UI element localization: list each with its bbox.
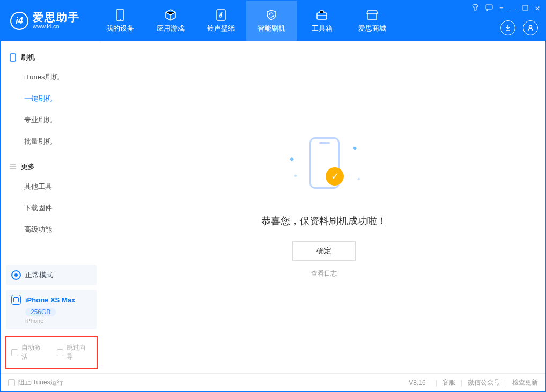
device-name: iPhone XS Max [25,296,75,304]
svg-point-6 [529,26,532,28]
toolbox-icon [315,9,328,21]
checkbox-icon [57,349,64,356]
sidebar-item-batch-flash[interactable]: 批量刷机 [1,131,102,152]
header-action-icons [500,20,538,35]
device-mode-card[interactable]: 正常模式 [6,265,97,285]
music-file-icon [215,9,227,21]
window-controls: ≡ — ✕ [471,4,540,13]
sparkle-icon [290,157,294,161]
main-content: ✓ 恭喜您，保资料刷机成功啦！ 确定 查看日志 [102,41,545,373]
wechat-link[interactable]: 微信公众号 [468,378,500,387]
sparkle-icon [294,174,297,177]
close-icon[interactable]: ✕ [535,5,540,12]
device-type: iPhone [25,317,91,324]
tab-label: 爱思商城 [358,24,386,33]
sidebar-item-other-tools[interactable]: 其他工具 [1,176,102,197]
tab-apps-games[interactable]: 应用游戏 [145,1,196,41]
logo-mark-icon: i4 [10,12,28,30]
feedback-icon[interactable] [485,4,493,13]
cube-icon [164,9,177,21]
svg-rect-4 [486,5,492,9]
tab-label: 工具箱 [312,24,333,33]
sidebar-section-more: 更多 [1,158,102,176]
refresh-shield-icon [265,9,278,21]
store-icon [366,9,379,21]
mode-icon [11,270,21,280]
view-log-link[interactable]: 查看日志 [311,269,337,278]
tab-my-device[interactable]: 我的设备 [95,1,145,41]
support-link[interactable]: 客服 [442,378,455,387]
tab-smart-flash[interactable]: 智能刷机 [246,1,297,41]
checkbox-label: 跳过向导 [67,343,91,361]
logo-subtitle: www.i4.cn [33,23,80,29]
checkbox-icon [8,379,15,386]
tab-label: 应用游戏 [157,24,185,33]
tab-toolbox[interactable]: 工具箱 [297,1,347,41]
status-bar: 阻止iTunes运行 V8.16 | 客服 | 微信公众号 | 检查更新 [1,373,545,391]
options-highlight-box: 自动激活 跳过向导 [5,336,98,369]
list-icon [9,163,17,171]
sidebar-item-download-firmware[interactable]: 下载固件 [1,197,102,219]
sidebar-item-itunes-flash[interactable]: iTunes刷机 [1,66,102,88]
menu-icon[interactable]: ≡ [499,5,503,12]
checkbox-icon [11,349,18,356]
sidebar-item-pro-flash[interactable]: 专业刷机 [1,109,102,131]
maximize-icon[interactable] [522,5,528,12]
sidebar-item-onekey-flash[interactable]: 一键刷机 [1,88,102,109]
checkbox-label: 自动激活 [21,343,46,361]
success-illustration: ✓ [278,137,370,202]
checkmark-badge-icon: ✓ [326,167,344,186]
tab-label: 智能刷机 [257,24,285,33]
check-update-link[interactable]: 检查更新 [512,378,538,387]
tab-ringtone-wallpaper[interactable]: 铃声壁纸 [196,1,246,41]
app-window: i4 爱思助手 www.i4.cn 我的设备 应用游戏 铃声壁纸 智能刷机 [0,0,546,392]
phone-outline-icon [9,54,17,61]
skin-icon[interactable] [471,4,479,13]
device-outline-icon [11,295,21,305]
device-card[interactable]: iPhone XS Max 256GB iPhone [6,290,97,329]
mode-label: 正常模式 [25,270,53,280]
svg-rect-3 [317,13,327,19]
checkbox-block-itunes[interactable]: 阻止iTunes运行 [8,378,63,387]
sidebar: 刷机 iTunes刷机 一键刷机 专业刷机 批量刷机 更多 其他工具 下载固件 … [1,41,102,373]
svg-rect-7 [10,54,16,61]
separator: | [505,379,507,387]
sidebar-section-label: 刷机 [21,53,35,62]
logo-title: 爱思助手 [33,11,80,23]
svg-point-1 [120,19,121,20]
storage-badge: 256GB [25,308,56,316]
app-logo: i4 爱思助手 www.i4.cn [10,11,80,29]
success-message: 恭喜您，保资料刷机成功啦！ [261,215,387,227]
sidebar-section-label: 更多 [21,162,35,172]
sparkle-icon [353,146,357,150]
sidebar-item-advanced[interactable]: 高级功能 [1,219,102,240]
body: 刷机 iTunes刷机 一键刷机 专业刷机 批量刷机 更多 其他工具 下载固件 … [1,41,545,373]
sparkle-icon [357,177,360,181]
checkbox-auto-activate[interactable]: 自动激活 [11,343,46,361]
svg-rect-5 [523,5,528,10]
ok-button[interactable]: 确定 [292,241,356,261]
checkbox-label: 阻止iTunes运行 [18,378,63,387]
device-icon [114,9,127,21]
download-manager-button[interactable] [500,20,515,35]
checkbox-skip-guide[interactable]: 跳过向导 [57,343,92,361]
separator: | [436,379,437,387]
account-button[interactable] [523,20,538,35]
tab-label: 我的设备 [106,24,134,33]
version-label: V8.16 [409,379,425,387]
tab-label: 铃声壁纸 [207,24,235,33]
header: i4 爱思助手 www.i4.cn 我的设备 应用游戏 铃声壁纸 智能刷机 [1,1,545,41]
sidebar-section-flash: 刷机 [1,48,102,66]
separator: | [461,379,462,387]
minimize-icon[interactable]: — [510,5,516,12]
tab-store[interactable]: 爱思商城 [347,1,397,41]
main-tabs: 我的设备 应用游戏 铃声壁纸 智能刷机 工具箱 爱思商城 [95,1,397,41]
